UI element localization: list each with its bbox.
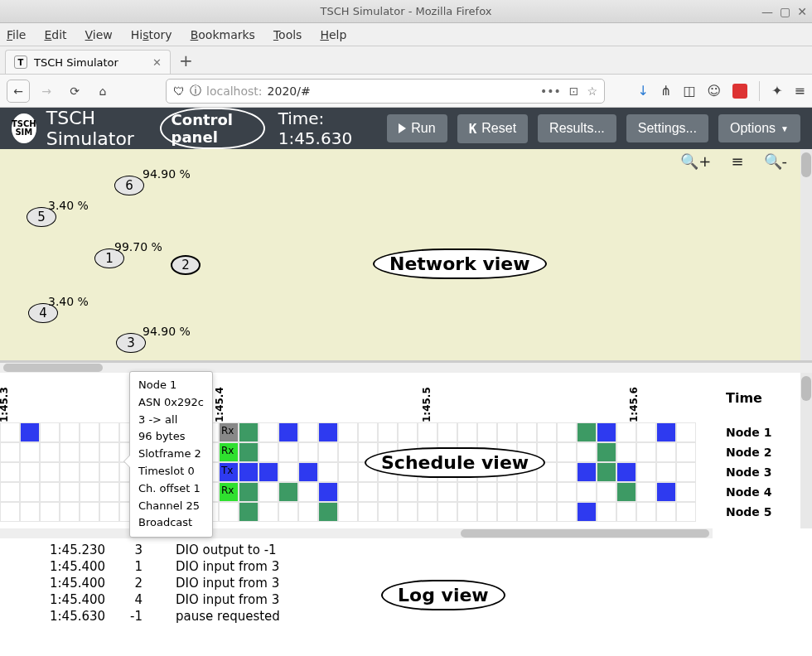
schedule-cell[interactable] — [278, 442, 298, 462]
schedule-cell[interactable] — [80, 422, 99, 442]
schedule-cell[interactable] — [60, 462, 80, 482]
schedule-cell[interactable] — [239, 482, 259, 502]
zoom-in-icon[interactable]: 🔍+ — [680, 152, 711, 170]
schedule-cell[interactable] — [517, 482, 537, 502]
schedule-cell[interactable] — [338, 462, 358, 482]
hamburger-icon[interactable]: ≡ — [795, 83, 805, 99]
schedule-cell[interactable] — [656, 482, 676, 502]
schedule-cell[interactable] — [636, 462, 656, 482]
schedule-cell[interactable] — [537, 502, 557, 522]
schedule-cell[interactable] — [338, 482, 358, 502]
schedule-cell[interactable] — [457, 502, 477, 522]
schedule-cell[interactable] — [616, 442, 636, 462]
network-node-3[interactable]: 3 — [116, 333, 146, 353]
downloads-icon[interactable]: ↓ — [638, 83, 649, 99]
network-node-2[interactable]: 2 — [171, 255, 201, 275]
schedule-cell[interactable] — [278, 462, 298, 482]
schedule-cell[interactable] — [656, 422, 676, 442]
reset-button[interactable]: KReset — [457, 114, 528, 143]
schedule-cell[interactable] — [40, 462, 60, 482]
schedule-cell[interactable] — [99, 502, 119, 522]
schedule-cell[interactable] — [398, 482, 418, 502]
scroll-thumb[interactable] — [3, 364, 103, 372]
scroll-thumb[interactable] — [801, 152, 811, 177]
schedule-cell[interactable] — [477, 422, 497, 442]
url-bar[interactable]: 🛡 ⓘ localhost:2020/# ••• ⊡ ☆ — [166, 79, 605, 104]
schedule-cell[interactable] — [636, 502, 656, 522]
schedule-cell[interactable] — [80, 482, 99, 502]
settings-button[interactable]: Settings... — [626, 114, 708, 142]
back-button[interactable]: ← — [7, 80, 30, 103]
menu-edit[interactable]: Edit — [44, 28, 66, 41]
schedule-cell[interactable] — [557, 482, 577, 502]
schedule-cell[interactable] — [259, 462, 278, 482]
window-maximize-button[interactable]: ▢ — [780, 5, 790, 18]
schedule-cell[interactable] — [0, 502, 20, 522]
browser-tab[interactable]: T TSCH Simulator ✕ — [5, 50, 171, 74]
schedule-cell[interactable] — [358, 422, 378, 442]
options-button[interactable]: Options▼ — [718, 114, 800, 142]
more-icon[interactable]: ••• — [540, 84, 561, 98]
schedule-cell[interactable] — [437, 502, 457, 522]
schedule-cell[interactable] — [239, 442, 259, 462]
schedule-cell[interactable] — [418, 502, 437, 522]
schedule-cell[interactable] — [378, 482, 398, 502]
schedule-cell[interactable] — [636, 482, 656, 502]
schedule-cell[interactable] — [418, 482, 437, 502]
schedule-cell[interactable] — [278, 422, 298, 442]
schedule-cell[interactable] — [577, 442, 597, 462]
schedule-cell[interactable] — [656, 442, 676, 462]
schedule-cell[interactable] — [318, 502, 338, 522]
schedule-cell[interactable] — [636, 442, 656, 462]
tab-close-icon[interactable]: ✕ — [152, 56, 162, 69]
zoom-out-icon[interactable]: 🔍- — [764, 152, 788, 170]
schedule-cell[interactable] — [298, 422, 318, 442]
sidebar-icon[interactable]: ◫ — [683, 83, 695, 99]
schedule-cell[interactable] — [20, 422, 40, 442]
schedule-cell[interactable] — [577, 482, 597, 502]
schedule-cell[interactable] — [338, 442, 358, 462]
schedule-cell[interactable] — [676, 482, 696, 502]
schedule-cell[interactable] — [557, 462, 577, 482]
schedule-cell[interactable] — [597, 482, 616, 502]
schedule-cell[interactable] — [0, 442, 20, 462]
schedule-cell[interactable] — [0, 482, 20, 502]
menu-tools[interactable]: Tools — [273, 28, 302, 41]
schedule-cell[interactable] — [517, 422, 537, 442]
schedule-cell[interactable] — [60, 442, 80, 462]
schedule-cell[interactable] — [80, 502, 99, 522]
schedule-cell[interactable] — [378, 502, 398, 522]
schedule-cell[interactable]: Tx — [219, 462, 239, 482]
network-node-6[interactable]: 6 — [114, 176, 144, 195]
schedule-vscroll[interactable] — [800, 373, 812, 528]
schedule-hscroll[interactable] — [0, 528, 713, 538]
schedule-cell[interactable] — [616, 422, 636, 442]
schedule-cell[interactable] — [577, 502, 597, 522]
schedule-cell[interactable] — [636, 422, 656, 442]
extensions-icon[interactable]: ✦ — [771, 83, 782, 99]
schedule-cell[interactable] — [497, 502, 517, 522]
menu-history[interactable]: History — [131, 28, 172, 41]
schedule-cell[interactable] — [40, 482, 60, 502]
schedule-cell[interactable] — [60, 422, 80, 442]
schedule-cell[interactable] — [338, 502, 358, 522]
schedule-cell[interactable]: Rx — [219, 442, 239, 462]
schedule-cell[interactable] — [259, 442, 278, 462]
schedule-cell[interactable] — [40, 422, 60, 442]
schedule-cell[interactable] — [20, 442, 40, 462]
schedule-cell[interactable] — [0, 422, 20, 442]
schedule-cell[interactable] — [99, 462, 119, 482]
schedule-cell[interactable] — [398, 502, 418, 522]
home-button[interactable]: ⌂ — [91, 80, 114, 103]
menu-bookmarks[interactable]: Bookmarks — [191, 28, 255, 41]
schedule-cell[interactable] — [477, 482, 497, 502]
schedule-cell[interactable] — [298, 462, 318, 482]
schedule-cell[interactable] — [597, 442, 616, 462]
schedule-cell[interactable] — [378, 422, 398, 442]
schedule-cell[interactable] — [338, 422, 358, 442]
schedule-cell[interactable] — [318, 422, 338, 442]
extension-icon[interactable] — [732, 84, 747, 99]
schedule-cell[interactable] — [616, 462, 636, 482]
schedule-cell[interactable] — [80, 462, 99, 482]
schedule-cell[interactable] — [398, 422, 418, 442]
